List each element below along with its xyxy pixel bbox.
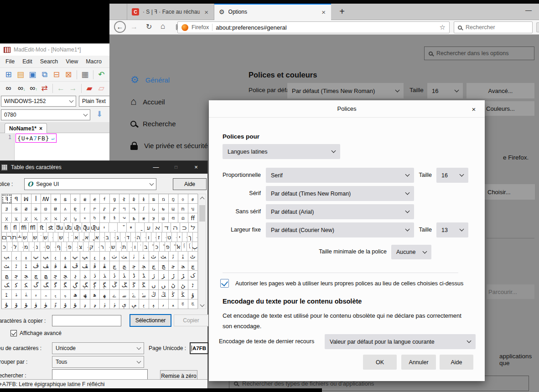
charmap-cell[interactable]: ﭻ xyxy=(2,271,12,280)
charmap-cell[interactable]: ꭚ xyxy=(71,213,81,223)
charmap-cell[interactable]: ﭲ xyxy=(110,261,120,271)
charmap-cell[interactable]: ﮌ xyxy=(169,271,179,280)
charmap-cell[interactable]: ﭮ xyxy=(71,261,81,271)
charmap-cell[interactable]: ﭨ xyxy=(12,261,22,271)
charmap-cell[interactable]: ﯣ xyxy=(110,299,120,309)
charmap-cell[interactable]: פ xyxy=(165,242,171,252)
charmap-cell[interactable]: ꬶ xyxy=(110,194,120,204)
charmap-cell[interactable]: ﯤ xyxy=(119,299,130,309)
charmap-cell[interactable]: ꭌ xyxy=(130,204,140,213)
charmap-cell[interactable]: ﯫ xyxy=(188,299,198,309)
default-font-dropdown[interactable]: Par défaut (Times New Roman) xyxy=(287,83,404,98)
charmap-cell[interactable]: ꭤ xyxy=(169,213,179,223)
charmap-cell[interactable]: י xyxy=(100,223,109,232)
charmap-cell[interactable]: ﮝ xyxy=(139,280,149,290)
charmap-cell[interactable]: ר xyxy=(100,242,105,252)
charmap-cell[interactable]: ﮇ xyxy=(119,271,130,280)
charmap-cell[interactable]: ﮥ xyxy=(21,290,31,299)
charmap-cell[interactable]: ﭓ xyxy=(2,252,12,261)
charmap-cell[interactable]: ꭙ xyxy=(61,213,71,223)
fallback-encoding-dropdown[interactable]: Valeur par défaut pour la langue courant… xyxy=(325,334,476,349)
charmap-cell[interactable]: ꭒ xyxy=(188,204,198,213)
charmap-cell[interactable]: ז xyxy=(156,232,161,242)
sans-s-rif-dropdown[interactable]: Par défaut (Arial) xyxy=(266,204,414,219)
charmap-cell[interactable]: ﮕ xyxy=(61,280,71,290)
charmap-cell[interactable]: ꭥ xyxy=(178,213,188,223)
charmap-cell[interactable]: ק xyxy=(89,242,94,252)
charmap-cell[interactable]: ﯥ xyxy=(130,299,140,309)
charmap-cell[interactable]: ꭝ xyxy=(100,213,110,223)
charmap-cell[interactable]: ﭣ xyxy=(159,252,169,261)
charmap-cell[interactable]: ﮅ xyxy=(100,271,110,280)
charmap-cell[interactable]: ﯩ xyxy=(169,299,179,309)
charmap-cell[interactable]: ﮀ xyxy=(51,271,61,280)
charmap-cell[interactable]: ﭐ xyxy=(181,242,187,252)
charmap-cell[interactable]: ꬾ xyxy=(188,194,198,204)
charmap-cell[interactable]: ﬂ xyxy=(11,223,20,232)
menu-macro[interactable]: Macro xyxy=(86,58,102,65)
charmap-cell[interactable]: ﮏ xyxy=(2,280,12,290)
charmap-cell[interactable]: ﭠ xyxy=(130,252,140,261)
madedit-titlebar[interactable]: MadEdit-Mod - [NoName1*] xyxy=(0,44,110,56)
charmap-cell[interactable]: ׂ xyxy=(69,232,74,242)
charmap-cell[interactable]: ﯚ xyxy=(21,299,31,309)
charmap-cell[interactable]: ꭠ xyxy=(130,213,140,223)
charmap-cell[interactable]: ﮆ xyxy=(110,271,120,280)
charmap-cell[interactable]: ﬦ xyxy=(2,232,7,242)
charmap-cell[interactable]: ַ xyxy=(79,232,84,242)
charmap-cell[interactable]: ﭖ xyxy=(31,252,41,261)
open-file-icon[interactable]: ▤ xyxy=(16,70,24,80)
charmap-cell[interactable]: ﮪ xyxy=(71,290,81,299)
charmap-cell[interactable]: ꬹ xyxy=(139,194,149,204)
charmap-cell[interactable]: ﭢ xyxy=(149,252,159,261)
charmap-cell[interactable]: ﭒ xyxy=(192,242,198,252)
charmap-cell[interactable]: ﯟ xyxy=(71,299,81,309)
charmap-cell[interactable]: ﮬ xyxy=(90,290,100,299)
charmap-cell[interactable]: ּ xyxy=(29,242,35,252)
sidebar-item-accueil[interactable]: ⌂Accueil xyxy=(130,96,165,108)
charmap-cell[interactable]: ﮛ xyxy=(119,280,130,290)
charmap-cell[interactable]: ת xyxy=(122,242,127,252)
advanced-view-checkbox[interactable] xyxy=(10,330,17,336)
document-tab[interactable]: NoName1* × xyxy=(5,123,47,133)
charmap-cell[interactable]: ﬆ xyxy=(47,223,56,232)
home-button[interactable]: ⌂ xyxy=(161,22,165,31)
charmap-cell[interactable]: ִ xyxy=(109,223,118,232)
charmap-cell[interactable]: ﮊ xyxy=(149,271,159,280)
charmap-cell[interactable]: ﮫ xyxy=(80,290,90,299)
charmap-cell[interactable]: ꭁ xyxy=(21,204,31,213)
ok-button[interactable]: OK xyxy=(363,355,397,370)
save-icon[interactable]: ▣ xyxy=(29,70,36,80)
nav-back-icon[interactable]: ← xyxy=(57,83,65,93)
charmap-cell[interactable]: ꭀ xyxy=(12,204,22,213)
charmap-cell[interactable]: ﬠ xyxy=(145,223,154,232)
s-rif-dropdown[interactable]: Par défaut (Times New Roman) xyxy=(266,186,414,201)
charmap-cell[interactable]: ﯘ xyxy=(2,299,12,309)
tab-close-icon[interactable]: × xyxy=(203,8,209,16)
charmap-cell[interactable]: ָ xyxy=(89,232,94,242)
font-size-dropdown[interactable]: 13 xyxy=(436,222,468,237)
charmap-cell[interactable]: ﮟ xyxy=(159,280,169,290)
charmap-cell[interactable]: ꟾ xyxy=(31,194,41,204)
charmap-cell[interactable]: ה xyxy=(136,232,141,242)
charmap-cell[interactable]: ﬔ xyxy=(64,223,73,232)
charmap-cell[interactable]: ﮭ xyxy=(100,290,110,299)
charmap-cell[interactable]: ﮦ xyxy=(31,290,41,299)
charmap-cell[interactable]: ꟻ xyxy=(2,194,12,204)
charmap-cell[interactable]: ﭾ xyxy=(31,271,41,280)
charmap-cell[interactable]: ﮙ xyxy=(100,280,110,290)
charmap-cell[interactable]: ס xyxy=(46,242,51,252)
charmap-cell[interactable]: ﮡ xyxy=(178,280,188,290)
language-dropdown[interactable]: Langues latines xyxy=(223,144,340,159)
charmap-cell[interactable]: ﬅ xyxy=(37,223,47,232)
url-bar[interactable]: Firefox about:preferences#general ☆ xyxy=(177,21,450,33)
charmap-cell[interactable]: ו xyxy=(146,232,151,242)
charmap-cell[interactable]: ּ xyxy=(105,242,111,252)
copy-chars-input[interactable] xyxy=(52,315,121,326)
minimize-button[interactable]: — xyxy=(148,161,164,174)
charmap-cell[interactable]: ﬀ xyxy=(188,213,198,223)
charmap-cell[interactable]: פ xyxy=(67,242,73,252)
sidebar-item-g-n-ral[interactable]: ⚙Général xyxy=(130,74,170,86)
new-file-icon[interactable]: ⊞ xyxy=(5,70,12,80)
charmap-cell[interactable]: ﭞ xyxy=(110,252,120,261)
